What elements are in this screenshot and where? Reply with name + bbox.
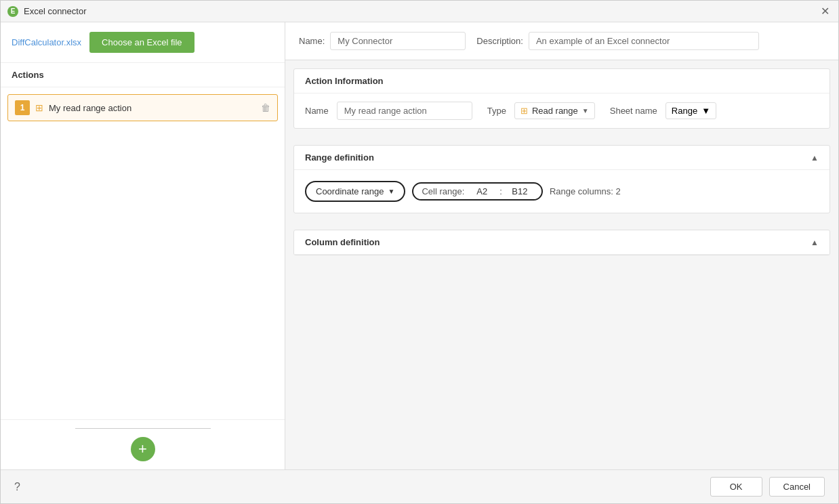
coord-range-select[interactable]: Coordinate range ▼ xyxy=(305,181,405,202)
sheet-arrow: ▼ xyxy=(701,106,710,116)
main-content: DiffCalculator.xlsx Choose an Excel file… xyxy=(1,22,838,469)
type-label: Type xyxy=(487,106,506,116)
action-number: 1 xyxy=(15,100,30,115)
action-name-input[interactable] xyxy=(337,102,472,120)
bottom-bar: ? OK Cancel xyxy=(1,469,838,503)
right-panel: Name: Description: Action Information Na… xyxy=(285,22,838,469)
type-icon: ⊞ xyxy=(520,106,528,116)
cell-range-wrapper: Cell range: : xyxy=(412,182,543,201)
title-bar: E Excel connector ✕ xyxy=(1,1,838,22)
range-columns-text: Range columns: 2 xyxy=(550,186,621,196)
app-icon: E xyxy=(7,6,18,17)
left-panel-footer: + xyxy=(1,419,285,469)
sheet-value: Range xyxy=(672,106,697,116)
coord-range-text: Coordinate range xyxy=(316,186,384,196)
desc-label: Description: xyxy=(476,36,523,46)
column-def-chevron[interactable]: ▲ xyxy=(811,238,819,247)
add-action-button[interactable]: + xyxy=(131,437,155,461)
range-def-chevron[interactable]: ▲ xyxy=(811,153,819,163)
cancel-button[interactable]: Cancel xyxy=(769,477,825,497)
coord-range-arrow: ▼ xyxy=(388,188,394,195)
desc-field-group: Description: xyxy=(476,32,759,50)
column-def-card: Column definition ▲ xyxy=(293,230,830,255)
action-name-label: Name xyxy=(305,106,329,116)
left-panel-header: DiffCalculator.xlsx Choose an Excel file xyxy=(1,22,285,63)
cell-end-input[interactable] xyxy=(506,186,533,196)
range-def-title: Range definition xyxy=(305,152,374,163)
window-title: Excel connector xyxy=(24,6,87,16)
help-icon[interactable]: ? xyxy=(14,481,20,493)
action-name: My read range action xyxy=(49,103,255,113)
sheet-select[interactable]: Range ▼ xyxy=(666,102,716,119)
choose-file-button[interactable]: Choose an Excel file xyxy=(89,32,195,53)
left-panel: DiffCalculator.xlsx Choose an Excel file… xyxy=(1,22,285,469)
action-info-card: Action Information Name Type ⊞ Read rang… xyxy=(293,68,830,129)
title-bar-left: E Excel connector xyxy=(7,6,87,17)
range-def-body: Coordinate range ▼ Cell range: : Range c… xyxy=(294,170,830,213)
action-delete-icon[interactable]: 🗑 xyxy=(261,102,270,113)
type-value: Read range xyxy=(532,106,578,116)
range-def-card: Range definition ▲ Coordinate range ▼ Ce… xyxy=(293,145,830,213)
main-window: E Excel connector ✕ DiffCalculator.xlsx … xyxy=(0,0,839,504)
type-select[interactable]: ⊞ Read range ▼ xyxy=(514,102,595,119)
actions-section: Actions 1 ⊞ My read range action 🗑 + xyxy=(1,63,285,469)
cell-range-label: Cell range: xyxy=(422,186,464,196)
range-row: Coordinate range ▼ Cell range: : Range c… xyxy=(305,181,819,202)
action-info-body: Name Type ⊞ Read range ▼ Sheet name Rang… xyxy=(294,93,830,128)
cell-start-input[interactable] xyxy=(468,186,495,196)
name-field-group: Name: xyxy=(299,32,466,50)
action-item[interactable]: 1 ⊞ My read range action 🗑 xyxy=(7,94,278,121)
ok-button[interactable]: OK xyxy=(710,477,762,497)
name-label: Name: xyxy=(299,36,325,46)
action-type-icon: ⊞ xyxy=(35,102,43,113)
actions-title: Actions xyxy=(1,63,285,87)
connector-header: Name: Description: xyxy=(285,22,838,60)
file-link[interactable]: DiffCalculator.xlsx xyxy=(12,37,81,47)
cell-colon: : xyxy=(499,186,502,196)
connector-name-input[interactable] xyxy=(330,32,466,50)
sheet-label: Sheet name xyxy=(610,106,657,116)
action-info-row: Name Type ⊞ Read range ▼ Sheet name Rang… xyxy=(305,102,819,120)
bottom-buttons: OK Cancel xyxy=(710,477,825,497)
divider xyxy=(75,428,211,429)
range-def-header: Range definition ▲ xyxy=(294,146,830,170)
actions-list: 1 ⊞ My read range action 🗑 xyxy=(1,87,285,419)
close-button[interactable]: ✕ xyxy=(818,5,832,18)
connector-desc-input[interactable] xyxy=(529,32,759,50)
column-def-header: Column definition ▲ xyxy=(294,230,830,255)
column-def-title: Column definition xyxy=(305,237,380,247)
action-info-title: Action Information xyxy=(305,76,384,86)
type-dropdown-arrow: ▼ xyxy=(582,107,589,114)
action-info-header: Action Information xyxy=(294,69,830,93)
